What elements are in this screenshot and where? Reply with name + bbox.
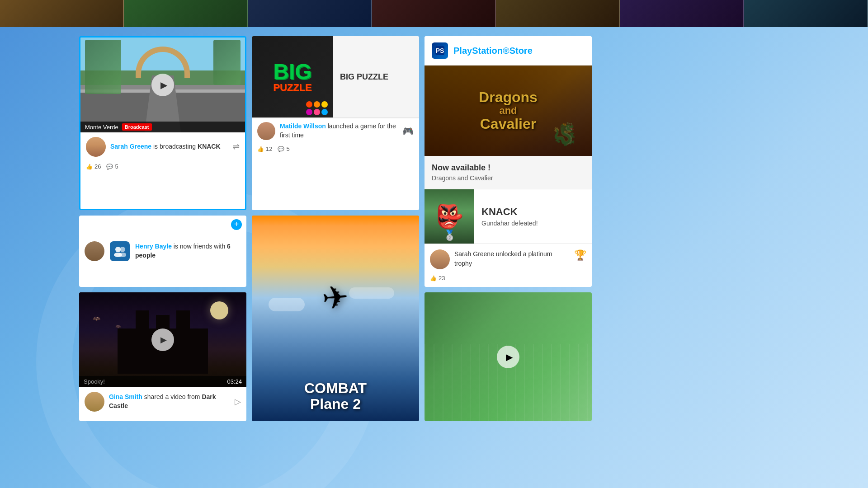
cloud-2	[349, 287, 394, 299]
castle-card-text: Gina Smith shared a video from Dark Cast…	[109, 393, 230, 410]
now-available-section: Now available ! Dragons and Cavalier	[425, 156, 592, 189]
top-thumb-6[interactable]	[620, 0, 744, 27]
sarah-trophy-avatar	[430, 249, 450, 269]
add-friend-badge[interactable]: +	[231, 219, 242, 230]
castle-share-icon[interactable]: ▷	[235, 397, 241, 407]
psstore-card[interactable]: PS PlayStation®Store Dragons and Cavalie…	[425, 36, 592, 287]
bp-circle-orange	[314, 101, 320, 108]
share-icon[interactable]: ⇌	[233, 142, 240, 152]
sarah-avatar-face	[86, 137, 106, 157]
matilde-avatar	[257, 122, 275, 140]
top-thumb-5[interactable]	[496, 0, 620, 27]
now-available-title: Now available !	[432, 163, 585, 173]
bigpuzzle-like-number: 12	[266, 145, 272, 152]
like-count[interactable]: 26	[86, 163, 101, 170]
bigpuzzle-card[interactable]: BIG PUZZLE BIG PUZZLE	[252, 36, 419, 210]
broadcast-card-text: Sarah Greene is broadcasting KNACK	[110, 142, 228, 151]
bigpuzzle-like-icon	[257, 145, 264, 152]
knack-goblin-art: 👺 🥈	[425, 189, 474, 244]
psstore-icon: PS	[432, 42, 448, 59]
bigpuzzle-like-count[interactable]: 12	[257, 145, 272, 152]
henry-card-text: Henry Bayle is now friends with 6 people	[135, 242, 241, 260]
like-icon	[86, 163, 93, 170]
gamepad-icon: 🎮	[402, 126, 414, 136]
cloud-1	[269, 298, 305, 311]
friends-icon	[110, 241, 130, 261]
bp-circle-purple	[306, 109, 312, 115]
sarah-avatar	[86, 137, 106, 157]
bigpuzzle-title-text: BIG PUZZLE	[340, 72, 388, 82]
combat-card[interactable]: ✈ COMBAT Plane 2	[252, 216, 419, 422]
goblin-face: 👺	[435, 203, 463, 230]
sarah-trophy-text: Sarah Greene unlocked a platinum trophy	[454, 249, 570, 268]
knack-game-title-text: KNACK	[481, 206, 585, 218]
bigpuzzle-comment-number: 5	[286, 145, 289, 152]
sarah-trophy-like-number: 23	[439, 275, 445, 282]
matilde-username: Matilde Willson	[280, 122, 326, 130]
goblin-emoji: 👺	[435, 203, 463, 230]
bigpuzzle-actions: 12 5	[252, 144, 419, 157]
castle-card[interactable]: 🦇 🦇 Spooky! 03:24 Gina Smith shared a vi…	[79, 292, 246, 421]
castle-tower-left	[136, 310, 149, 333]
bp-circle-blue	[321, 109, 328, 115]
sarah-trophy-like-count[interactable]: 23	[430, 275, 445, 282]
broadcast-card-actions: 26 5	[80, 161, 245, 174]
dragons-cover-image[interactable]: Dragons and Cavalier 🐉	[425, 66, 592, 156]
castle-share-text: shared a video from	[144, 393, 202, 400]
castle-duration-text: 03:24	[227, 378, 242, 385]
gina-avatar	[85, 392, 104, 412]
tree-left	[85, 40, 121, 94]
comment-number: 5	[115, 163, 118, 170]
sarah-username: Sarah Greene	[110, 143, 151, 150]
play-button-overlay[interactable]	[151, 74, 174, 96]
bigpuzzle-comment-count[interactable]: 5	[278, 145, 289, 152]
comment-count[interactable]: 5	[106, 163, 118, 170]
add-icon: +	[234, 220, 239, 229]
knack-section[interactable]: 👺 🥈 KNACK Gundahar defeated!	[425, 189, 592, 244]
sarah-trophy-actions: 23	[425, 275, 592, 287]
sarah-trophy-like-icon	[430, 275, 437, 282]
combat-line2: Plane 2	[252, 396, 419, 412]
top-thumb-1[interactable]	[0, 0, 124, 27]
bigpuzzle-big-text: BIG	[273, 61, 312, 83]
main-feed-grid: Monte Verde Broadcast Sarah Greene is br…	[79, 36, 590, 421]
greenfield-play-button[interactable]: ▶	[497, 346, 519, 368]
sarah-trophy-card[interactable]: Sarah Greene unlocked a platinum trophy …	[425, 244, 592, 275]
combat-line1: COMBAT	[252, 380, 419, 396]
broadcast-badge: Broadcast	[122, 123, 152, 131]
bigpuzzle-puzzle-text: PUZZLE	[273, 83, 312, 93]
dragons-title-text: Dragons and Cavalier	[479, 89, 538, 132]
greenfield-card[interactable]: ▶	[425, 292, 592, 421]
top-thumb-7[interactable]	[744, 0, 868, 27]
bp-circle-yellow	[321, 101, 328, 108]
tree-right	[213, 40, 241, 85]
broadcast-video-thumb[interactable]: Monte Verde Broadcast	[80, 38, 245, 132]
henry-card[interactable]: Henry Bayle is now friends with 6 people…	[79, 216, 246, 287]
ps-logo-svg: PS	[434, 45, 445, 56]
broadcast-action-text: is broadcasting	[153, 143, 198, 150]
video-tag-bar: Monte Verde Broadcast	[80, 122, 245, 132]
henry-avatar	[85, 241, 104, 261]
dragons-line1: Dragons	[479, 89, 538, 105]
bp-circle-pink	[314, 109, 320, 115]
svg-point-3	[120, 247, 125, 252]
top-thumb-4[interactable]	[372, 0, 496, 27]
top-thumb-3[interactable]	[248, 0, 372, 27]
video-location-label: Monte Verde	[85, 124, 118, 131]
top-thumb-2[interactable]	[124, 0, 248, 27]
castle-video-thumb[interactable]: 🦇 🦇 Spooky! 03:24	[79, 292, 246, 387]
castle-tower-right	[176, 310, 190, 333]
broadcast-card[interactable]: Monte Verde Broadcast Sarah Greene is br…	[79, 36, 246, 210]
gina-username: Gina Smith	[109, 393, 142, 400]
bigpuzzle-info-section: Matilde Willson launched a game for the …	[252, 118, 419, 144]
moon	[210, 301, 228, 319]
svg-text:PS: PS	[436, 47, 444, 54]
platinum-trophy-icon: 🏆	[574, 249, 586, 261]
combat-title: COMBAT Plane 2	[252, 380, 419, 412]
bp-circles	[306, 101, 331, 115]
bigpuzzle-comment-icon	[278, 145, 284, 152]
bat-icon-2: 🦇	[115, 324, 121, 329]
henry-action-text: is now friends with	[174, 243, 227, 250]
dragons-line3: Cavalier	[479, 116, 538, 132]
castle-play-button[interactable]	[151, 328, 174, 351]
